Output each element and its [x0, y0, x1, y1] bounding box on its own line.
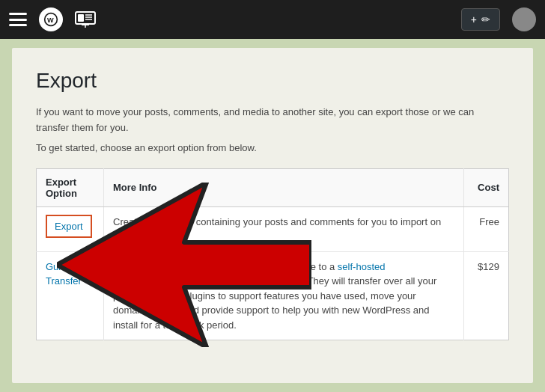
compose-pencil-icon: ✏ [481, 13, 490, 25]
main-content-area: Export If you want to move your posts, c… [12, 48, 533, 383]
hamburger-menu-icon[interactable] [9, 13, 27, 26]
cost-header: Cost [464, 168, 509, 206]
table-row: Guided Transfer Our Happiness Engineers … [37, 251, 509, 340]
compose-button[interactable]: + ✏ [461, 8, 500, 31]
svg-text:W: W [47, 16, 54, 24]
export-button[interactable]: Export [46, 215, 92, 239]
user-avatar-icon[interactable] [512, 7, 536, 31]
reader-icon[interactable] [75, 11, 96, 28]
guided-transfer-desc-before: Our Happiness Engineers will transfer yo… [113, 261, 338, 272]
export-cost-cell: Free [464, 206, 509, 251]
svg-rect-3 [78, 14, 84, 22]
export-description-cell: Create an XML file containing your posts… [104, 206, 464, 251]
navbar: W + ✏ [0, 0, 545, 39]
export-options-table: ExportOption More Info Cost Export Creat… [36, 168, 509, 341]
guided-transfer-link[interactable]: Guided Transfer [46, 261, 82, 287]
guided-transfer-desc-middle: blog, or one of [182, 275, 249, 287]
more-info-header: More Info [104, 168, 464, 206]
wordpress-logo-icon[interactable]: W [39, 7, 63, 31]
guided-transfer-cost-cell: $129 [464, 251, 509, 340]
page-description: If you want to move your posts, comments… [36, 105, 509, 136]
export-option-cell: Export [37, 206, 104, 251]
compose-icon: + [471, 13, 477, 25]
guided-transfer-description-cell: Our Happiness Engineers will transfer yo… [104, 251, 464, 340]
our-partners-link[interactable]: our partners [250, 275, 302, 287]
guided-transfer-option-cell: Guided Transfer [37, 251, 104, 340]
page-instruction: To get started, choose an export option … [36, 142, 509, 153]
table-row: Export Create an XML file containing you… [37, 206, 509, 251]
page-title: Export [36, 69, 509, 93]
export-option-header: ExportOption [37, 168, 104, 206]
